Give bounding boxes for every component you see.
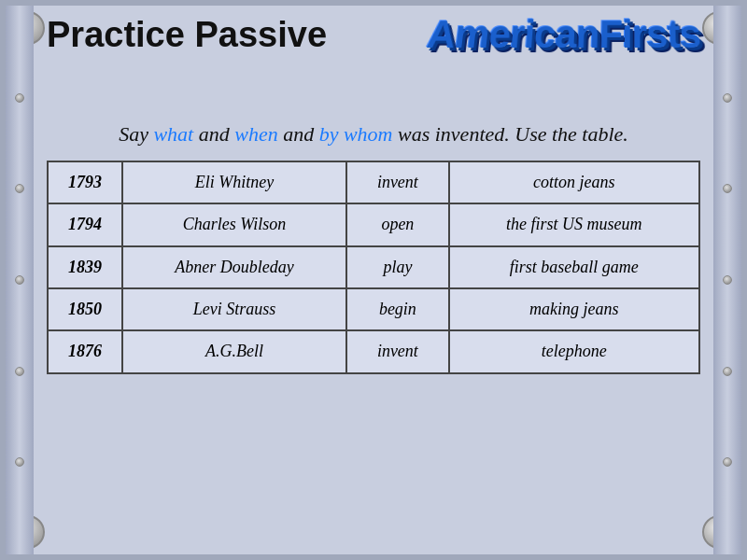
- table-row: 1793Eli Whitneyinventcotton jeans: [48, 161, 699, 203]
- rail-dot: [723, 457, 732, 467]
- object-cell: first baseball game: [449, 246, 699, 288]
- table-row: 1794Charles Wilsonopenthe first US museu…: [48, 203, 699, 245]
- object-cell: making jeans: [449, 288, 699, 330]
- object-cell: telephone: [449, 330, 699, 372]
- person-cell: Charles Wilson: [122, 203, 346, 245]
- subtitle-pre1: Say: [119, 122, 153, 146]
- rail-dot: [15, 275, 24, 285]
- logo-text: AmericanFirsts: [425, 16, 701, 55]
- logo-area: AmericanFirsts: [428, 15, 700, 54]
- slide: Practice Passive AmericanFirsts Say what…: [0, 0, 747, 560]
- year-cell: 1839: [48, 246, 122, 288]
- table-row: 1876A.G.Bellinventtelephone: [48, 330, 699, 372]
- object-cell: cotton jeans: [449, 161, 699, 203]
- year-cell: 1794: [48, 203, 122, 245]
- subtitle-what: what: [153, 122, 193, 146]
- verb-cell: play: [346, 246, 449, 288]
- rail-dot: [723, 275, 732, 285]
- subtitle-mid2: and: [278, 122, 319, 146]
- year-cell: 1876: [48, 330, 122, 372]
- rail-dot: [723, 367, 732, 376]
- year-cell: 1850: [48, 288, 122, 330]
- verb-cell: invent: [346, 161, 449, 203]
- object-cell: the first US museum: [449, 203, 699, 245]
- person-cell: A.G.Bell: [122, 330, 346, 372]
- rail-dot: [15, 93, 24, 103]
- subtitle-bywhom: by whom: [319, 122, 393, 146]
- person-cell: Levi Strauss: [122, 288, 346, 330]
- table-row: 1850Levi Straussbeginmaking jeans: [48, 288, 699, 330]
- subtitle: Say what and when and by whom was invent…: [47, 120, 700, 149]
- rail-dot: [15, 367, 24, 376]
- year-cell: 1793: [48, 161, 122, 203]
- rail-dot: [723, 184, 732, 193]
- data-table: 1793Eli Whitneyinventcotton jeans1794Cha…: [47, 161, 700, 374]
- rail-dot: [723, 93, 732, 103]
- verb-cell: invent: [346, 330, 449, 372]
- table-row: 1839Abner Doubledayplayfirst baseball ga…: [48, 246, 699, 288]
- verb-cell: begin: [346, 288, 449, 330]
- rail-left: [6, 6, 34, 554]
- verb-cell: open: [346, 203, 449, 245]
- subtitle-post: was invented. Use the table.: [393, 122, 628, 146]
- subtitle-mid1: and: [193, 122, 234, 146]
- person-cell: Abner Doubleday: [122, 246, 346, 288]
- rail-dot: [15, 457, 24, 467]
- rail-right: [713, 6, 741, 554]
- content-area: Practice Passive AmericanFirsts Say what…: [34, 6, 713, 554]
- rail-dot: [15, 184, 24, 193]
- subtitle-when: when: [234, 122, 277, 146]
- person-cell: Eli Whitney: [122, 161, 346, 203]
